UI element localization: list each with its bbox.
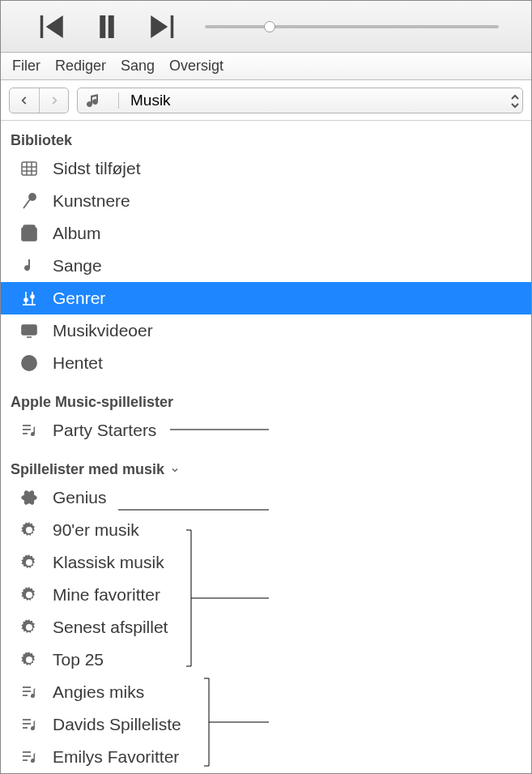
sidebar-item[interactable]: Mine favoritter (1, 579, 531, 611)
grid-icon (19, 158, 40, 179)
album-icon (19, 223, 40, 244)
sidebar-item-label: Kunstnere (53, 191, 130, 211)
menu-item-rediger[interactable]: Rediger (55, 58, 106, 75)
gear-icon (19, 649, 40, 670)
section-header-library: Bibliotek (1, 127, 531, 152)
section-header-music-playlists[interactable]: Spillelister med musik (1, 456, 531, 481)
sidebar-item[interactable]: Emilys Favoritter (1, 741, 531, 773)
sidebar-item[interactable]: Sidst tilføjet (1, 152, 531, 185)
nav-forward-button[interactable] (39, 88, 68, 113)
sidebar-item[interactable]: Musikvideoer (1, 314, 531, 347)
section-title: Spillelister med musik (11, 461, 164, 478)
section-library: Bibliotek Sidst tilføjetKunstnereAlbumSa… (1, 126, 531, 387)
sidebar-item[interactable]: Genius (1, 481, 531, 514)
note-icon (19, 255, 40, 276)
mic-icon (19, 190, 40, 212)
sidebar-item-label: Genrer (53, 289, 105, 308)
svg-point-8 (24, 298, 28, 301)
playlist-icon (19, 746, 40, 768)
playback-controls (33, 15, 181, 39)
section-music-playlists: Spillelister med musik Genius90'er musik… (1, 455, 531, 773)
section-title: Bibliotek (11, 132, 72, 149)
source-picker[interactable]: Musik (77, 88, 523, 113)
playlist-icon (19, 420, 40, 441)
sidebar-item-label: Genius (53, 488, 107, 507)
sidebar-item[interactable]: Sange (1, 250, 531, 282)
sidebar-item[interactable]: Album (1, 217, 531, 250)
menu-bar: Filer Rediger Sang Oversigt (1, 53, 531, 80)
sidebar-item-label: Emilys Favoritter (53, 747, 179, 767)
sidebar-item[interactable]: Klassisk musik (1, 546, 531, 579)
sidebar-item-label: Sange (53, 256, 102, 276)
menu-item-oversigt[interactable]: Oversigt (169, 58, 223, 75)
gear-icon (19, 584, 40, 605)
chevron-up-down-icon (506, 88, 524, 114)
pause-button[interactable] (90, 15, 124, 39)
video-icon (19, 320, 40, 341)
sidebar-item-label: Album (53, 224, 101, 243)
gear-icon (19, 552, 40, 573)
sidebar-item-label: Mine favoritter (53, 585, 160, 605)
svg-rect-0 (22, 162, 36, 175)
section-header-apple-music: Apple Music-spillelister (1, 389, 531, 414)
sidebar-item-label: Angies miks (53, 682, 144, 702)
music-note-icon (86, 90, 107, 111)
sidebar-item[interactable]: Party Starters (1, 414, 531, 447)
svg-point-5 (29, 194, 36, 200)
chevron-down-icon (169, 464, 181, 476)
gear-icon (19, 617, 40, 638)
sidebar-item[interactable]: Hentet (1, 347, 531, 379)
sidebar-item[interactable]: Angies miks (1, 676, 531, 708)
menu-item-filer[interactable]: Filer (12, 58, 40, 75)
nav-back-button[interactable] (10, 88, 39, 113)
sidebar-item[interactable]: Top 25 (1, 644, 531, 676)
sidebar-item[interactable]: Kunstnere (1, 185, 531, 217)
playlist-icon (19, 714, 40, 735)
playback-bar (1, 1, 531, 53)
genres-icon (19, 288, 40, 309)
next-button[interactable] (147, 15, 181, 39)
svg-line-6 (23, 199, 30, 208)
sidebar-item-label: Top 25 (53, 650, 104, 669)
sidebar-item-label: Sidst tilføjet (53, 159, 141, 178)
menu-item-sang[interactable]: Sang (121, 58, 155, 75)
sidebar-item-label: 90'er musik (53, 520, 139, 540)
download-icon (19, 353, 40, 374)
sidebar-item-label: Senest afspillet (53, 618, 168, 637)
previous-button[interactable] (33, 15, 67, 39)
sidebar-item-label: Musikvideoer (53, 321, 153, 340)
sidebar-item-label: Davids Spilleliste (53, 715, 181, 734)
section-apple-music-playlists: Apple Music-spillelister Party Starters (1, 387, 531, 455)
section-title: Apple Music-spillelister (11, 394, 173, 411)
playlist-icon (19, 682, 40, 703)
volume-slider[interactable] (205, 25, 499, 28)
sidebar-item-label: Hentet (53, 353, 103, 373)
sidebar-item[interactable]: Senest afspillet (1, 611, 531, 644)
nav-row: Musik (1, 80, 531, 121)
sidebar-item-label: Klassisk musik (53, 553, 164, 572)
sidebar-item[interactable]: Davids Spilleliste (1, 708, 531, 741)
gear-icon (19, 520, 40, 541)
svg-point-9 (31, 295, 34, 298)
sidebar-item[interactable]: Genrer (1, 282, 531, 314)
genius-icon (19, 487, 40, 508)
source-picker-label: Musik (130, 92, 171, 109)
sidebar-item-label: Party Starters (53, 421, 156, 440)
sidebar: Bibliotek Sidst tilføjetKunstnereAlbumSa… (1, 121, 531, 773)
nav-back-forward (9, 88, 69, 113)
sidebar-item[interactable]: 90'er musik (1, 514, 531, 546)
